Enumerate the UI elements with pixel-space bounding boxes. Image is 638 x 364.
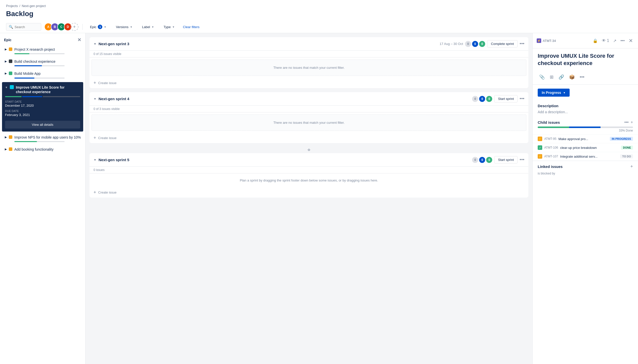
child-issue-atmt-107[interactable]: ⚡ ATMT-107 Integrate additional serv... … [533,152,638,161]
child-progress-bar: 33% Done [538,127,633,132]
sprint-4-create-issue-button[interactable]: + Create issue [89,133,528,143]
child-issue-106-status: DONE [621,146,633,150]
attachment-icon-button[interactable]: 📎 [538,73,546,81]
sprint-4-issue-count: 0 of 3 issues visible [89,106,528,112]
projects-link[interactable]: Projects [6,4,18,8]
sprint-4-start-button[interactable]: Start sprint [494,95,518,102]
epic-expand-icon-3: ▶ [5,72,7,75]
epic-color-3 [9,72,12,75]
sprint-3-complete-button[interactable]: Complete sprint [487,40,518,47]
progress-bar-1 [14,53,65,54]
sprint-3-issue-count: 0 of 15 issues visible [89,51,528,57]
child-issue-107-icon: ⚡ [538,154,542,159]
sprint-5-badge-green: 0 [486,157,492,163]
more-actions-button[interactable]: ••• [619,37,626,44]
add-linked-issue-button[interactable]: + [630,164,633,169]
lock-icon-button[interactable]: 🔒 [592,37,599,44]
panel-toolbar: 📎 ⊞ 🔗 📦 ••• [533,71,638,85]
sprint-5-create-issue-button[interactable]: + Create issue [89,187,528,198]
sprint-5-name: Next-gen sprint 5 [99,158,470,162]
clear-filters-button[interactable]: Clear filters [181,24,202,30]
sprint-section-4: ▼ Next-gen sprint 4 0 0 0 Start sprint •… [89,92,528,143]
status-in-progress-button[interactable]: In Progress ▼ [538,89,570,97]
sprint-3-more-icon[interactable]: ••• [520,41,524,46]
sprint-4-plus-icon: + [94,135,96,141]
sidebar-item-epic-6[interactable]: ▶ Add booking functionality [0,145,85,154]
epic-expand-icon: ▶ [5,48,7,51]
sprint-4-badge-green: 0 [486,96,492,102]
sprint-4-create-issue-label: Create issue [98,136,117,140]
sidebar-title: Epic [4,38,12,42]
start-date-value: December 17, 2020 [5,104,80,107]
progress-bar-5 [14,141,65,142]
sidebar-close-button[interactable]: ✕ [77,37,81,43]
epic-sidebar: Epic ✕ ▶ Project X research project ▶ [0,33,85,364]
sprint-4-header: ▼ Next-gen sprint 4 0 0 0 Start sprint •… [89,92,528,106]
close-panel-button[interactable]: ✕ [628,37,634,45]
sprint-5-plus-icon: + [94,190,96,195]
sprint-3-create-issue-button[interactable]: + Create issue [89,78,528,88]
active-epic-start-section: Start date December 17, 2020 [5,100,80,107]
breadcrumb-sep: / [19,4,20,8]
sprint-5-badges: 0 0 0 [472,157,492,163]
sidebar-item-epic-2[interactable]: ▶ Build checkout experience [0,57,85,69]
label-chevron-icon: ▼ [152,26,154,28]
sprint-4-more-icon[interactable]: ••• [520,96,524,101]
sprint-3-empty-msg: There are no issues that match your curr… [92,59,526,76]
child-issue-atmt-95[interactable]: ⚡ ATMT-95 Make approval pro... IN PROGRE… [533,134,638,143]
linked-issues-section: Linked issues + [533,161,638,171]
child-issues-more-button[interactable]: ••• [624,120,629,125]
more-tools-button[interactable]: ••• [578,73,586,81]
sidebar-item-epic-5[interactable]: ▶ Improve NPS for mobile app users by 10… [0,133,85,145]
sprint-5-more-icon[interactable]: ••• [520,157,524,162]
hierarchy-icon-button[interactable]: ⊞ [548,73,555,81]
search-box[interactable]: 🔍 [6,23,41,31]
active-epic-expand-icon[interactable]: ▼ [5,86,8,89]
avatar-group: A B C D + [44,23,78,31]
child-header-actions: ••• + [624,120,633,125]
type-filter-label: Type [164,25,171,29]
description-placeholder[interactable]: Add a description... [538,110,633,114]
sidebar-item-epic-1[interactable]: ▶ Project X research project [0,45,85,57]
sprint-3-badge-gray: 0 [465,41,471,47]
right-panel-header: ⚡ ATMT-34 🔒 👁 1 ↗ ••• ✕ [533,33,638,48]
due-date-label: Due date [5,109,80,112]
start-date-label: Start date [5,100,80,103]
status-chevron-icon: ▼ [563,91,566,94]
epic-filter-button[interactable]: Epic 1 ▼ [87,23,110,31]
active-epic-header: ▼ Improve UMUX Lite Score for checkout e… [5,85,80,94]
sprint-3-chevron-icon[interactable]: ▼ [94,42,97,46]
page-title: Backlog [0,9,638,21]
type-filter-button[interactable]: Type ▼ [160,23,178,31]
watch-icon-button[interactable]: 👁 1 [601,37,610,44]
versions-filter-button[interactable]: Versions ▼ [113,23,136,31]
right-panel: ⚡ ATMT-34 🔒 👁 1 ↗ ••• ✕ Improve UMUX Lit… [532,33,638,364]
sprint-4-chevron-icon[interactable]: ▼ [94,97,97,101]
active-epic-due-section: Due date February 3, 2021 [5,109,80,117]
child-issues-add-button[interactable]: + [631,120,633,125]
link-icon-button[interactable]: 🔗 [557,73,566,81]
sprint-4-empty-msg: There are no issues that match your curr… [92,114,526,131]
sprint-5-chevron-icon[interactable]: ▼ [94,158,97,162]
add-avatar-button[interactable]: + [70,23,78,31]
breadcrumb: Projects / Next-gen project [0,0,638,9]
sprint-3-badge-blue: 0 [472,41,478,47]
due-date-value: February 3, 2021 [5,113,80,117]
share-icon-button[interactable]: ↗ [612,37,617,44]
dropbox-icon-button[interactable]: 📦 [568,73,576,81]
sprint-4-badge-blue: 0 [479,96,485,102]
child-issue-106-id: ATMT-106 [544,146,558,149]
sprint-5-start-button[interactable]: Start sprint [494,156,518,163]
epic-content-1: Project X research project [14,47,65,54]
sprint-5-badge-gray: 0 [472,157,478,163]
child-issue-95-id: ATMT-95 [544,137,556,141]
search-input[interactable] [15,25,40,29]
project-link[interactable]: Next-gen project [22,4,46,8]
label-filter-button[interactable]: Label ▼ [139,23,157,31]
epic-filter-label: Epic [90,25,96,29]
child-issue-atmt-106[interactable]: ✓ ATMT-106 clear-up price breakdown DONE [533,143,638,152]
child-issue-106-name: clear-up price breakdown [560,146,619,150]
sidebar-item-epic-3[interactable]: ▶ Build Mobile App [0,69,85,81]
resize-handle[interactable] [89,147,528,153]
view-all-details-button[interactable]: View all details [5,121,80,129]
